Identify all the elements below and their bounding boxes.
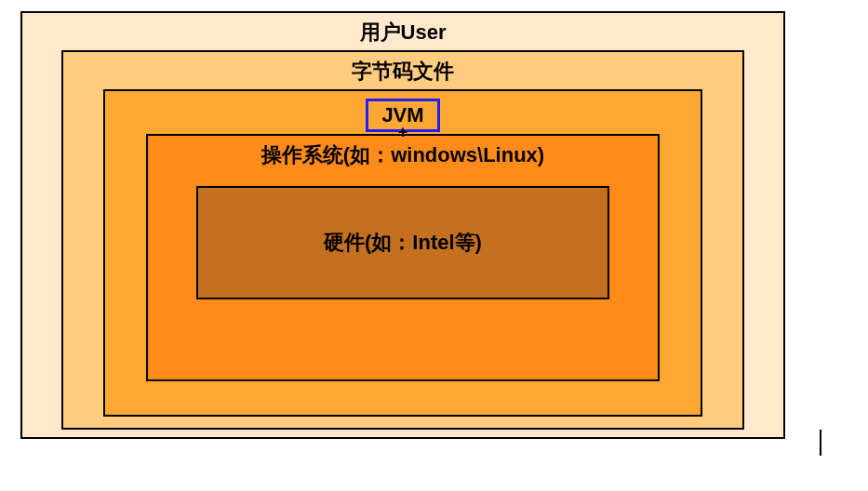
layer-hardware: 硬件(如：Intel等)	[196, 186, 609, 299]
label-user: 用户User	[360, 19, 447, 46]
label-bytecode: 字节码文件	[352, 58, 454, 86]
layer-bytecode: 字节码文件 JVM + 操作系统(如：windows\Linux) 硬件(如：I…	[61, 50, 744, 430]
text-cursor	[820, 430, 821, 456]
layer-user: 用户User 字节码文件 JVM + 操作系统(如：windows\Linux)…	[20, 11, 785, 439]
label-os: 操作系统(如：windows\Linux)	[261, 141, 544, 169]
layer-jvm-container: JVM + 操作系统(如：windows\Linux) 硬件(如：Intel等)	[103, 89, 702, 417]
layer-os: + 操作系统(如：windows\Linux) 硬件(如：Intel等)	[146, 134, 660, 381]
label-hardware: 硬件(如：Intel等)	[324, 229, 482, 257]
plus-icon: +	[398, 123, 408, 142]
